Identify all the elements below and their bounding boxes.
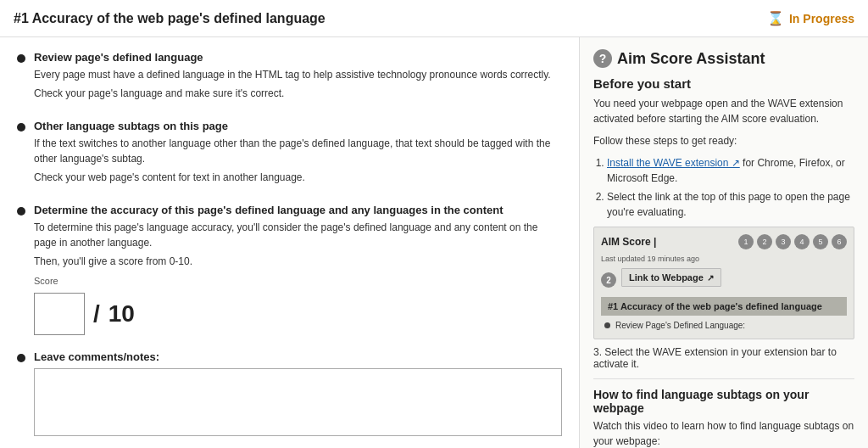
section-heading-2: Other language subtags on this page — [34, 120, 562, 132]
section-heading-1: Review page's defined language — [34, 51, 551, 64]
section-para-1a: Every page must have a defined language … — [34, 67, 551, 82]
score-divider: / — [93, 300, 100, 328]
aim-preview-title: AIM Score | — [601, 236, 656, 248]
right-panel: ? Aim Score Assistant Before you start Y… — [580, 37, 868, 448]
question-icon: ? — [593, 49, 612, 68]
assistant-title: ? Aim Score Assistant — [593, 49, 854, 68]
score-row: / 10 — [34, 293, 562, 335]
score-input-box[interactable] — [34, 293, 85, 335]
link-step-num: 2 — [601, 272, 616, 288]
score-label: Score — [34, 276, 562, 286]
section-para-3a: To determine this page's language accura… — [34, 220, 562, 250]
step-2: Select the link at the top of this page … — [607, 189, 854, 220]
divider — [593, 378, 854, 379]
aim-preview-steps: 1 2 3 4 5 6 — [738, 234, 847, 249]
bullet-2 — [17, 123, 25, 132]
header: #1 Accuracy of the web page's defined la… — [0, 0, 868, 37]
comments-label: Leave comments/notes: — [34, 350, 562, 363]
section-content-2: Other language subtags on this page If t… — [34, 120, 562, 188]
step-circle-6: 6 — [832, 234, 847, 249]
step-3-text: 3. Select the WAVE extension in your ext… — [593, 346, 854, 370]
step-circle-2: 2 — [757, 234, 772, 249]
aim-preview-header: AIM Score | 1 2 3 4 5 6 — [601, 234, 847, 249]
comments-content: Leave comments/notes: — [34, 350, 562, 439]
section-review-language: Review page's defined language Every pag… — [17, 51, 562, 104]
bullet-4 — [17, 354, 25, 362]
external-link-icon — [707, 272, 714, 283]
how-to-title: How to find language subtags on your web… — [593, 388, 854, 415]
section-para-3b: Then, you'll give a score from 0-10. — [34, 254, 562, 269]
section-para-2a: If the text switches to another language… — [34, 136, 562, 166]
section-determine-accuracy: Determine the accuracy of this page's de… — [17, 204, 562, 335]
wave-extension-link[interactable]: Install the WAVE extension ↗ — [607, 157, 740, 169]
hourglass-icon: ⌛ — [767, 10, 784, 26]
section-para-2b: Check your web page's content for text i… — [34, 170, 562, 185]
steps-list: Install the WAVE extension ↗ for Chrome,… — [593, 155, 854, 220]
before-start-title: Before you start — [593, 76, 854, 91]
aim-preview-card: AIM Score | 1 2 3 4 5 6 Last updated 19 … — [593, 227, 854, 339]
section-other-language: Other language subtags on this page If t… — [17, 120, 562, 188]
bullet-1 — [17, 54, 25, 63]
step-circle-1: 1 — [738, 234, 754, 249]
section-comments: Leave comments/notes: — [17, 350, 562, 439]
section-heading-3: Determine the accuracy of this page's de… — [34, 204, 562, 216]
aim-preview-subtitle: Last updated 19 minutes ago — [601, 255, 847, 263]
link-to-webpage-button[interactable]: Link to Webpage — [621, 268, 721, 287]
bullet-3 — [17, 207, 25, 216]
left-panel: Review page's defined language Every pag… — [0, 37, 580, 448]
link-button-label: Link to Webpage — [629, 272, 704, 283]
follow-steps-label: Follow these steps to get ready: — [593, 133, 854, 148]
aim-question-bar: #1 Accuracy of the web page's defined la… — [601, 297, 847, 316]
before-start-body: You need your webpage open and the WAVE … — [593, 96, 854, 126]
review-item-label: Review Page's Defined Language: — [615, 321, 745, 330]
review-bullet — [604, 322, 610, 328]
section-content-1: Review page's defined language Every pag… — [34, 51, 551, 104]
score-total: 10 — [108, 300, 135, 328]
comments-textarea[interactable] — [34, 368, 562, 436]
assistant-title-text: Aim Score Assistant — [617, 50, 765, 68]
section-content-3: Determine the accuracy of this page's de… — [34, 204, 562, 335]
step-1: Install the WAVE extension ↗ for Chrome,… — [607, 155, 854, 186]
step-circle-3: 3 — [776, 234, 791, 249]
step-circle-5: 5 — [813, 234, 828, 249]
main-layout: Review page's defined language Every pag… — [0, 37, 868, 448]
status-label: In Progress — [789, 12, 854, 25]
status-badge: ⌛ In Progress — [767, 10, 854, 26]
section-para-1b: Check your page's language and make sure… — [34, 86, 551, 101]
step-circle-4: 4 — [794, 234, 810, 249]
how-to-body: Watch this video to learn how to find la… — [593, 418, 854, 448]
aim-review-item: Review Page's Defined Language: — [601, 319, 847, 332]
page-title: #1 Accuracy of the web page's defined la… — [14, 11, 326, 26]
